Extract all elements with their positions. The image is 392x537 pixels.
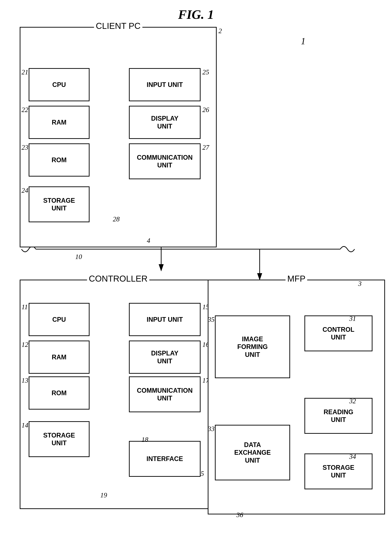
mfp-control-ref: 31 xyxy=(349,314,356,323)
mfp-label: MFP xyxy=(285,274,307,284)
ctrl-interface-box: INTERFACE xyxy=(129,441,201,477)
mfp-ref: 3 xyxy=(358,280,362,287)
client-comm-ref: 27 xyxy=(202,143,209,151)
page-title: FIG. 1 xyxy=(178,7,214,22)
client-ram-box: RAM xyxy=(29,106,89,139)
ctrl-input-box: INPUT UNIT xyxy=(129,303,201,336)
client-bus-ref: 28 xyxy=(113,215,120,223)
ctrl-storage-box: STORAGE UNIT xyxy=(29,421,89,457)
ctrl-cpu-ref: 11 xyxy=(22,303,28,311)
client-rom-ref: 23 xyxy=(22,143,28,151)
client-cpu-box: CPU xyxy=(29,68,89,101)
ref-1: 1 xyxy=(301,36,305,46)
mfp-bus-ref36: 36 xyxy=(236,511,243,519)
ctrl-bus-ref: 19 xyxy=(100,491,107,499)
mfp-storage-box: STORAGE UNIT xyxy=(304,453,373,489)
client-pc-ref: 2 xyxy=(219,27,222,35)
ctrl-ram-box: RAM xyxy=(29,341,89,374)
ctrl-cpu-box: CPU xyxy=(29,303,89,336)
mfp-reading-ref: 32 xyxy=(349,397,356,405)
ctrl-interface-ref: 18 xyxy=(141,436,148,443)
client-rom-box: ROM xyxy=(29,143,89,176)
client-display-ref: 26 xyxy=(202,106,209,114)
client-comm-box: COMMUNICATION UNIT xyxy=(129,143,201,179)
ctrl-rom-ref: 13 xyxy=(22,376,28,384)
mfp-reading-box: READING UNIT xyxy=(304,398,373,434)
network-ref10: 10 xyxy=(75,253,82,261)
ctrl-storage-ref: 14 xyxy=(22,421,28,429)
client-display-box: DISPLAY UNIT xyxy=(129,106,201,139)
interface-ref5: 5 xyxy=(201,470,204,477)
mfp-data-exchange-ref: 33 xyxy=(208,425,215,433)
mfp-image-forming-ref: 35 xyxy=(208,315,215,323)
mfp-storage-ref: 34 xyxy=(349,453,356,461)
client-ram-ref: 22 xyxy=(22,106,28,114)
ctrl-display-box: DISPLAY UNIT xyxy=(129,341,201,374)
client-cpu-ref: 21 xyxy=(22,68,28,76)
ctrl-ram-ref: 12 xyxy=(22,341,28,348)
mfp-image-forming-box: IMAGE FORMING UNIT xyxy=(215,315,290,378)
ctrl-rom-box: ROM xyxy=(29,376,89,409)
ctrl-comm-box: COMMUNICATION UNIT xyxy=(129,376,201,412)
client-input-ref: 25 xyxy=(202,68,209,76)
client-storage-box: STORAGE UNIT xyxy=(29,186,89,222)
network-ref4: 4 xyxy=(147,237,150,244)
client-pc-label: CLIENT PC xyxy=(94,21,142,31)
controller-label: CONTROLLER xyxy=(87,274,149,284)
client-input-box: INPUT UNIT xyxy=(129,68,201,101)
mfp-data-exchange-box: DATA EXCHANGE UNIT xyxy=(215,425,290,480)
client-storage-ref: 24 xyxy=(22,186,28,194)
mfp-control-box: CONTROL UNIT xyxy=(304,315,373,351)
